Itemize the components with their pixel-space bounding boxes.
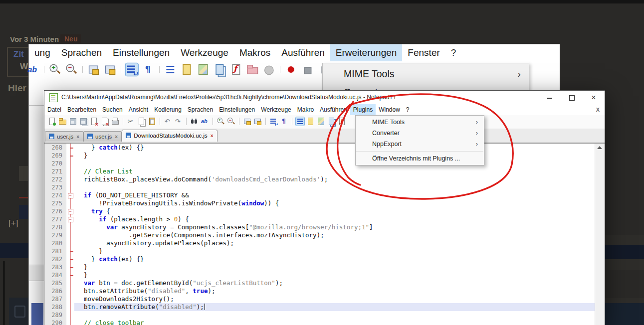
doc-map-icon[interactable] (317, 117, 325, 126)
menu-item-ffne-verzeichnis-mit-plugins[interactable]: Öffne Verzeichnis mit Plugins ... (356, 153, 484, 164)
fold-margin[interactable]: − (66, 215, 74, 223)
code-text[interactable]: moveDownloads2History(); (74, 295, 595, 303)
tab-user-js[interactable]: user.js× (83, 131, 122, 142)
menu-item-bearbeiten[interactable]: Bearbeiten (64, 104, 99, 115)
undo-icon[interactable] (164, 117, 172, 126)
menu-item-erweiterungen[interactable]: Erweiterungen (330, 44, 403, 61)
save-all-icon[interactable] (79, 117, 88, 126)
save-icon[interactable] (69, 117, 77, 126)
menu-item-makros[interactable]: Makros (234, 44, 276, 61)
quote-link[interactable]: Zit (13, 49, 24, 59)
fold-collapse-icon[interactable]: − (68, 209, 73, 214)
zoom-out-icon[interactable] (65, 63, 78, 76)
menu-item-makro[interactable]: Makro (294, 104, 317, 115)
menu-item-sprachen[interactable]: Sprachen (56, 44, 107, 61)
word-wrap-icon[interactable] (126, 63, 138, 76)
fold-margin[interactable]: − (66, 207, 74, 215)
cut-icon[interactable] (127, 117, 135, 126)
code-text[interactable]: if (places.length > 0) { (74, 215, 595, 223)
indent-guide-icon[interactable] (164, 63, 177, 76)
macro-disabled-icon[interactable] (263, 63, 275, 76)
new-file-icon[interactable] (48, 117, 56, 126)
code-text[interactable]: !PrivateBrowsingUtils.isWindowPrivate(wi… (74, 199, 595, 207)
minimize-button[interactable] (539, 91, 561, 104)
macro-doc-icon[interactable] (230, 63, 242, 76)
view-sync2-icon[interactable] (104, 63, 116, 76)
word-wrap-icon[interactable] (269, 117, 278, 126)
menu-item-einstellungen[interactable]: Einstellungen (107, 44, 175, 61)
code-text[interactable] (74, 183, 595, 191)
doc-switcher-icon[interactable] (327, 117, 336, 126)
menu-item-werkzeuge[interactable]: Werkzeuge (258, 104, 294, 115)
menu-item-nppexport[interactable]: NppExport› (356, 139, 484, 150)
code-text[interactable]: } catch(ex) {} (74, 255, 595, 263)
code-text[interactable]: } (74, 247, 595, 255)
code-text[interactable]: } (74, 152, 595, 160)
show-symbols-icon[interactable] (280, 117, 288, 126)
title-bar[interactable]: C:\Users\Martin\AppData\Roaming\Mozilla\… (44, 91, 605, 104)
view-sync2-icon[interactable] (253, 117, 262, 126)
code-text[interactable]: // close toolbar (74, 319, 595, 325)
find-icon[interactable] (190, 117, 199, 126)
code-text[interactable]: btn.setAttribute("disabled", true); (74, 287, 595, 295)
code-text[interactable]: } catch(ex) {} (74, 144, 595, 152)
fold-margin[interactable]: − (66, 191, 74, 199)
paste-icon[interactable] (148, 117, 156, 126)
menu-item-sprachen[interactable]: Sprachen (185, 104, 216, 115)
code-text[interactable]: } (74, 263, 595, 271)
close-button[interactable]: × (583, 91, 605, 104)
function-list-icon[interactable] (181, 63, 193, 76)
menu-item-ansicht[interactable]: Ansicht (126, 104, 151, 115)
zoom-out-icon[interactable] (227, 117, 235, 126)
menu-item-item[interactable]: ? (445, 44, 462, 61)
menu-item-fenster[interactable]: Fenster (402, 44, 445, 61)
replace-icon[interactable] (27, 63, 39, 76)
close-tab-icon[interactable]: × (115, 134, 118, 140)
close-doc-icon[interactable] (90, 117, 98, 126)
function-list-icon[interactable] (306, 117, 315, 126)
code-editor[interactable]: 268 } catch(ex) {}269 }270271 // Clear L… (44, 143, 605, 325)
menu-item-mime-tools[interactable]: MIME Tools› (356, 117, 484, 128)
code-text[interactable]: if (DO_NOT_DELETE_HISTORY && (74, 191, 595, 199)
tab-user-js[interactable]: user.js× (45, 131, 83, 142)
doc-switcher-icon[interactable] (214, 63, 226, 76)
zoom-in-icon[interactable] (49, 63, 61, 76)
code-text[interactable]: // Clear List (74, 167, 595, 175)
fold-collapse-icon[interactable]: − (68, 193, 73, 198)
tab-downloadstatusmodoki-uc-js[interactable]: DownloadStatusModoki.uc.js× (122, 130, 217, 142)
menu-item-ausf-hren[interactable]: Ausführen (276, 44, 330, 61)
maximize-button[interactable] (561, 91, 583, 104)
menu-item-item[interactable]: ? (403, 104, 413, 115)
menu-item-plugins[interactable]: Plugins (350, 104, 376, 115)
view-sync1-icon[interactable] (87, 63, 100, 76)
zoom-in-icon[interactable] (216, 117, 225, 126)
folder-pink-icon[interactable] (246, 63, 259, 76)
print-icon[interactable] (111, 117, 119, 126)
close-tab-icon[interactable]: × (76, 134, 79, 140)
open-folder-icon[interactable] (58, 117, 67, 126)
expander-control[interactable]: [+] (8, 218, 18, 228)
close-tab-icon[interactable]: × (211, 133, 214, 139)
vertical-scrollbar[interactable] (595, 144, 605, 325)
menu-item-werkzeuge[interactable]: Werkzeuge (175, 44, 234, 61)
menu-item-suchen[interactable]: Suchen (99, 104, 126, 115)
code-text[interactable]: var asyncHistory = Components.classes["@… (74, 223, 595, 231)
code-text[interactable]: btn.removeAttribute("disabled"); (74, 303, 595, 311)
menu-item-einstellungen[interactable]: Einstellungen (216, 104, 258, 115)
stop-icon[interactable] (301, 63, 314, 76)
code-text[interactable] (74, 160, 595, 167)
menu-item-window[interactable]: Window (376, 104, 403, 115)
indent-guide-icon[interactable] (296, 117, 304, 126)
code-text[interactable]: try { (74, 207, 595, 215)
record-icon[interactable] (285, 63, 297, 76)
menu-item-datei[interactable]: Datei (44, 104, 64, 115)
code-text[interactable]: richListBox._placesView.doCommand('downl… (74, 175, 595, 183)
menu-item-kodierung[interactable]: Kodierung (151, 104, 185, 115)
menu-item-mime-tools[interactable]: MIME Tools› (323, 65, 529, 83)
code-text[interactable] (74, 311, 595, 319)
view-sync1-icon[interactable] (243, 117, 251, 126)
code-text[interactable]: } (74, 271, 595, 279)
show-symbols-icon[interactable] (142, 63, 155, 76)
copy-icon[interactable] (137, 117, 146, 126)
code-text[interactable]: asyncHistory.updatePlaces(places); (74, 239, 595, 247)
